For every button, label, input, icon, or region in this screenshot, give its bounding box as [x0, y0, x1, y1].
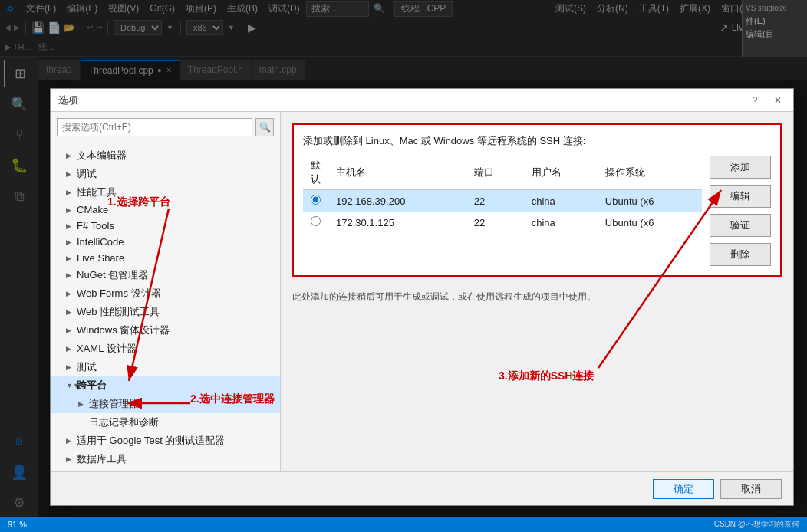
tree-item-logging[interactable]: 日志记录和诊断: [51, 413, 280, 432]
status-bar: 91 % CSDN @不想学习的奈何: [0, 517, 807, 532]
dialog-footer: 确定 取消: [51, 471, 793, 505]
tree-item-cmake[interactable]: CMake: [51, 202, 280, 218]
tree-collapse-icon: [66, 206, 74, 214]
tree-collapse-icon: [66, 308, 74, 316]
row2-port: 22: [466, 212, 524, 233]
tree-collapse-icon: [66, 255, 74, 262]
tree-label: 性能工具: [77, 186, 117, 199]
delete-button[interactable]: 删除: [710, 243, 771, 266]
row1-user: china: [524, 190, 598, 212]
tree-label: Windows 窗体设计器: [77, 323, 170, 337]
tree-scroll: 文本编辑器 调试 性能工具 CMake F# Tools: [51, 143, 280, 471]
tree-label: 数据库工具: [77, 452, 127, 466]
tree-label-crossplatform: 跨平台: [77, 379, 107, 392]
tree-item-webforms[interactable]: Web Forms 设计器: [51, 284, 280, 303]
add-button[interactable]: 添加: [710, 156, 771, 179]
info-text: 此处添加的连接稍后可用于生成或调试，或在使用远程生成的项目中使用。: [292, 291, 782, 304]
tree-item-liveshare[interactable]: Live Share: [51, 250, 280, 266]
tree-item-intellicode[interactable]: IntelliCode: [51, 234, 280, 250]
ssh-table: 默认 主机名 端口 用户名 操作系统 192.168.: [303, 156, 702, 233]
row2-user: china: [524, 212, 598, 233]
row1-radio[interactable]: [303, 190, 328, 212]
tree-label: NuGet 包管理器: [77, 268, 148, 282]
right-panel: 添加或删除到 Linux、Mac 或 Windows 等远程系统的 SSH 连接…: [281, 112, 793, 471]
search-submit-button[interactable]: 🔍: [255, 118, 274, 136]
dialog-title-controls: ? ✕: [747, 93, 786, 108]
tree-label: F# Tools: [77, 220, 114, 232]
tree-label: 测试: [77, 360, 97, 374]
tree-item-fsharp[interactable]: F# Tools: [51, 218, 280, 234]
col-hostname: 主机名: [328, 156, 466, 190]
edit-button[interactable]: 编辑: [710, 185, 771, 208]
tree-label: Web Forms 设计器: [77, 287, 161, 300]
row1-host: 192.168.39.200: [328, 190, 466, 212]
tree-label: 适用于 Google Test 的测试适配器: [77, 434, 225, 448]
dialog-titlebar: 选项 ? ✕: [51, 89, 793, 112]
tree-panel: 🔍 文本编辑器 调试 性能工具 CMake: [51, 112, 281, 471]
col-username: 用户名: [524, 156, 598, 190]
tree-collapse-icon: [66, 271, 74, 279]
tree-label-logging: 日志记录和诊断: [89, 415, 159, 429]
tree-label: IntelliCode: [77, 236, 124, 248]
row1-port: 22: [466, 190, 524, 212]
dialog-close-btn[interactable]: ✕: [770, 93, 786, 108]
remote-panel: VS studio远 件(E) 编辑(目: [742, 0, 807, 57]
tree-collapse-icon: [66, 327, 74, 334]
dialog-title: 选项: [58, 94, 78, 107]
tree-collapse-icon: [66, 290, 74, 297]
tree-item-webperf[interactable]: Web 性能测试工具: [51, 303, 280, 321]
tree-collapse-icon: [66, 345, 74, 353]
col-port: 端口: [466, 156, 524, 190]
verify-button[interactable]: 验证: [710, 214, 771, 237]
tree-item-crossplatform[interactable]: ▼ 跨平台: [51, 376, 280, 395]
tree-label-connection-manager: 连接管理器: [89, 397, 139, 411]
tree-item-nuget[interactable]: NuGet 包管理器: [51, 266, 280, 284]
ok-button[interactable]: 确定: [653, 479, 714, 499]
tree-item-perf[interactable]: 性能工具: [51, 183, 280, 202]
tree-label: CMake: [77, 204, 108, 215]
row2-radio[interactable]: [303, 212, 328, 233]
dialog-help-btn[interactable]: ?: [747, 93, 763, 108]
options-dialog: 选项 ? ✕ 🔍 文本编辑器 调试: [50, 88, 794, 506]
tree-item-text-editor[interactable]: 文本编辑器: [51, 146, 280, 165]
tree-item-google-test[interactable]: 适用于 Google Test 的测试适配器: [51, 432, 280, 450]
tree-collapse-icon: [66, 170, 74, 178]
col-default: 默认: [303, 156, 328, 190]
row2-host: 172.30.1.125: [328, 212, 466, 233]
cancel-button[interactable]: 取消: [720, 479, 782, 499]
ssh-table-wrap: 默认 主机名 端口 用户名 操作系统 192.168.: [303, 156, 702, 266]
tree-label: 文本编辑器: [77, 149, 127, 163]
tree-expand-icon: ▼: [66, 382, 74, 389]
remote-menu1[interactable]: 件(E): [746, 15, 804, 27]
ssh-row-1[interactable]: 192.168.39.200 22 china Ubuntu (x6: [303, 190, 702, 212]
remote-menu2[interactable]: 编辑(目: [746, 28, 804, 40]
search-box: 🔍: [51, 112, 280, 143]
tree-label: Web 性能测试工具: [77, 305, 160, 319]
tree-item-testing[interactable]: 测试: [51, 358, 280, 376]
status-zoom: 91 %: [8, 520, 27, 529]
ssh-row-2[interactable]: 172.30.1.125 22 china Ubuntu (x6: [303, 212, 702, 233]
ssh-box: 添加或删除到 Linux、Mac 或 Windows 等远程系统的 SSH 连接…: [292, 123, 782, 277]
row2-os: Ubuntu (x6: [598, 212, 702, 233]
col-os: 操作系统: [598, 156, 702, 190]
tree-item-xaml[interactable]: XAML 设计器: [51, 340, 280, 358]
tree-collapse-icon: [66, 189, 74, 196]
tree-collapse-icon: [66, 222, 74, 230]
tree-leaf-icon: ▶: [78, 400, 86, 408]
ssh-title: 添加或删除到 Linux、Mac 或 Windows 等远程系统的 SSH 连接…: [303, 134, 771, 148]
status-csdn: CSDN @不想学习的奈何: [714, 519, 799, 530]
tree-label: 调试: [77, 167, 97, 181]
ssh-content-row: 默认 主机名 端口 用户名 操作系统 192.168.: [303, 156, 771, 266]
search-input[interactable]: [57, 118, 252, 136]
dialog-body: 🔍 文本编辑器 调试 性能工具 CMake: [51, 112, 793, 471]
tree-item-debug[interactable]: 调试: [51, 165, 280, 183]
tree-item-winforms[interactable]: Windows 窗体设计器: [51, 321, 280, 340]
row1-os: Ubuntu (x6: [598, 190, 702, 212]
tree-collapse-icon: [66, 363, 74, 371]
tree-item-db[interactable]: 数据库工具: [51, 450, 280, 468]
tree-item-connection-manager[interactable]: ▶ 连接管理器: [51, 395, 280, 413]
action-buttons: 添加 编辑 验证 删除: [710, 156, 771, 266]
tree-collapse-icon: [66, 238, 74, 246]
tree-collapse-icon: [66, 455, 74, 463]
tree-label: XAML 设计器: [77, 342, 137, 356]
